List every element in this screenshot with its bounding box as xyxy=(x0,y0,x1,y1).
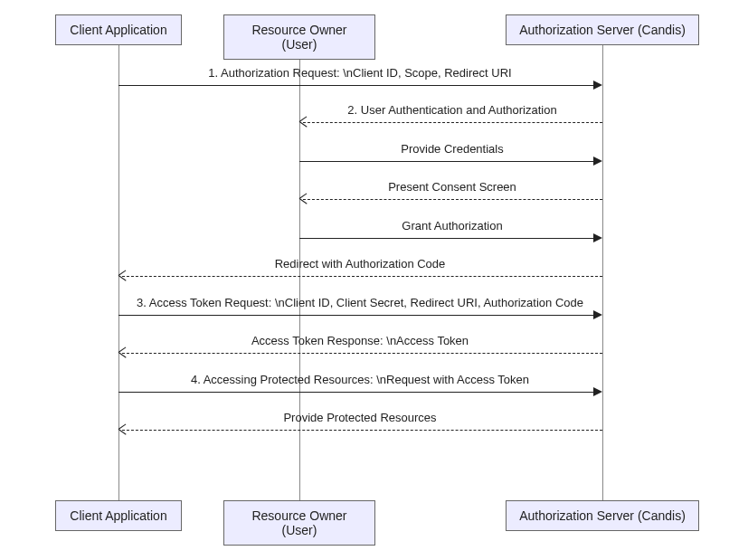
lifeline-server xyxy=(602,45,603,500)
actor-label: Authorization Server (Candis) xyxy=(519,508,686,523)
message-7-arrow xyxy=(118,315,593,316)
arrow-head xyxy=(593,233,602,242)
arrow-head xyxy=(593,81,602,90)
arrow-head xyxy=(299,118,308,127)
actor-label: Client Application xyxy=(70,23,166,37)
message-6-arrow xyxy=(122,276,602,277)
message-8-arrow xyxy=(122,353,602,354)
actor-owner-bottom: Resource Owner (User) xyxy=(223,500,375,546)
arrow-head xyxy=(593,157,602,166)
message-3-label: Provide Credentials xyxy=(401,142,503,156)
arrow-head xyxy=(118,425,128,434)
sequence-diagram: Client Application Resource Owner (User)… xyxy=(0,0,748,560)
actor-label: Client Application xyxy=(70,508,166,523)
actor-server-top: Authorization Server (Candis) xyxy=(506,14,699,45)
message-3-arrow xyxy=(299,161,593,162)
message-2-label: 2. User Authentication and Authorization xyxy=(347,103,556,117)
message-10-label: Provide Protected Resources xyxy=(283,411,436,424)
message-5-arrow xyxy=(299,238,593,239)
actor-server-bottom: Authorization Server (Candis) xyxy=(506,500,699,531)
message-9-arrow xyxy=(118,392,593,393)
arrow-head xyxy=(299,195,308,204)
message-9-label: 4. Accessing Protected Resources: \nRequ… xyxy=(191,373,529,386)
message-5-label: Grant Authorization xyxy=(402,219,502,233)
arrow-head xyxy=(118,348,128,357)
message-7-label: 3. Access Token Request: \nClient ID, Cl… xyxy=(137,296,583,309)
message-2-arrow xyxy=(303,122,602,123)
message-1-label: 1. Authorization Request: \nClient ID, S… xyxy=(208,66,511,80)
actor-owner-top: Resource Owner (User) xyxy=(223,14,375,60)
actor-label: Resource Owner (User) xyxy=(251,508,346,537)
actor-label: Authorization Server (Candis) xyxy=(519,23,686,37)
message-1-arrow xyxy=(118,85,593,86)
arrow-head xyxy=(118,271,128,280)
message-4-arrow xyxy=(303,199,602,200)
message-6-label: Redirect with Authorization Code xyxy=(275,257,446,271)
actor-label: Resource Owner (User) xyxy=(251,23,346,52)
message-10-arrow xyxy=(122,430,602,431)
message-4-label: Present Consent Screen xyxy=(388,180,516,194)
arrow-head xyxy=(593,387,602,396)
actor-client-bottom: Client Application xyxy=(55,500,182,531)
arrow-head xyxy=(593,310,602,319)
actor-client-top: Client Application xyxy=(55,14,182,45)
message-8-label: Access Token Response: \nAccess Token xyxy=(251,334,469,347)
lifeline-owner xyxy=(299,45,300,500)
